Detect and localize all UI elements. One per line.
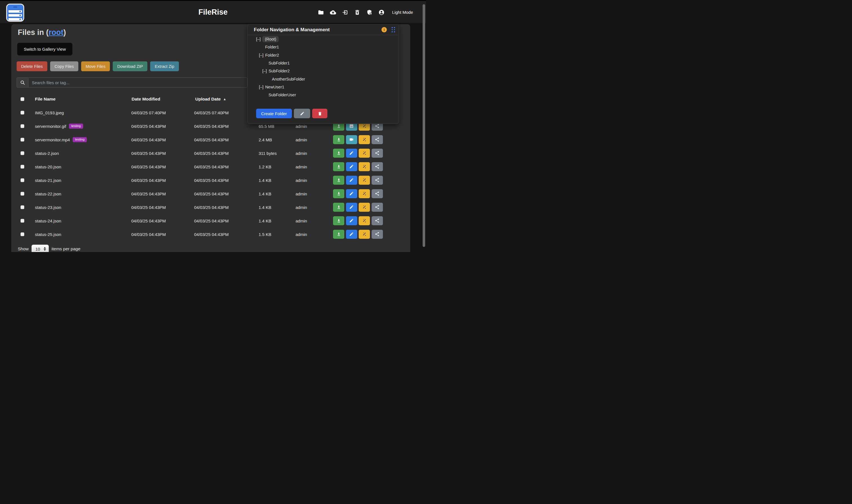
row-checkbox[interactable] <box>21 138 24 142</box>
share-button[interactable] <box>371 135 383 144</box>
rename-button[interactable] <box>359 230 370 239</box>
logout-icon[interactable] <box>342 9 348 16</box>
column-header-upload-date[interactable]: Upload Date▲ <box>195 93 226 105</box>
tree-item-folder2[interactable]: [–]Folder2 <box>248 51 399 59</box>
share-button[interactable] <box>371 189 383 198</box>
rename-button[interactable] <box>359 135 370 144</box>
row-checkbox[interactable] <box>21 205 24 209</box>
row-checkbox[interactable] <box>21 151 24 155</box>
download-button[interactable] <box>333 203 344 212</box>
download-button[interactable] <box>333 135 344 144</box>
extract-zip-button[interactable]: Extract Zip <box>150 61 179 71</box>
download-button[interactable] <box>333 176 344 185</box>
tree-item-subfolder1[interactable]: SubFolder1 <box>248 59 399 67</box>
file-name[interactable]: status-22.json <box>35 192 61 196</box>
move-files-button[interactable]: Move Files <box>81 61 110 71</box>
preview-video-button[interactable] <box>346 135 357 144</box>
row-checkbox[interactable] <box>21 192 24 196</box>
rename-button[interactable] <box>359 176 370 185</box>
rename-button[interactable] <box>359 162 370 171</box>
file-name[interactable]: status-21.json <box>35 178 61 183</box>
delete-folder-button[interactable] <box>312 109 327 118</box>
row-checkbox[interactable] <box>21 179 24 182</box>
tree-item-newuser1[interactable]: [–]NewUser1 <box>248 83 399 91</box>
file-name[interactable]: status-2.json <box>35 151 59 156</box>
row-checkbox[interactable] <box>21 165 24 169</box>
folder-panel-actions: Create Folder <box>256 109 327 118</box>
account-circle-icon[interactable] <box>378 9 385 16</box>
tree-collapse-toggle[interactable]: [–] <box>256 37 261 41</box>
filerise-logo-icon[interactable] <box>6 4 24 22</box>
trash-restore-icon[interactable] <box>354 9 360 16</box>
share-button[interactable] <box>371 203 383 212</box>
edit-file-button[interactable] <box>346 149 357 158</box>
share-button[interactable] <box>371 216 383 225</box>
tree-item-folder1[interactable]: Folder1 <box>248 43 399 51</box>
drag-handle-icon[interactable] <box>392 27 395 33</box>
table-row: status-21.json04/03/25 04:43PM04/03/25 0… <box>11 174 410 187</box>
share-button[interactable] <box>371 230 383 239</box>
table-row: status-22.json04/03/25 04:43PM04/03/25 0… <box>11 187 410 200</box>
rename-button[interactable] <box>359 203 370 212</box>
download-button[interactable] <box>333 230 344 239</box>
column-header-date-modified[interactable]: Date Modified <box>132 93 160 105</box>
file-name[interactable]: servermonitor.mp4 <box>35 138 70 142</box>
edit-file-button[interactable] <box>346 216 357 225</box>
edit-file-button[interactable] <box>346 176 357 185</box>
tree-collapse-toggle[interactable]: [–] <box>259 53 263 57</box>
share-button[interactable] <box>371 176 383 185</box>
upload-date: 04/03/25 04:43PM <box>194 160 229 174</box>
rename-button[interactable] <box>359 216 370 225</box>
download-zip-button[interactable]: Download ZIP <box>113 61 147 71</box>
download-button[interactable] <box>333 189 344 198</box>
row-checkbox[interactable] <box>21 124 24 128</box>
download-button[interactable] <box>333 216 344 225</box>
row-checkbox[interactable] <box>21 111 24 114</box>
share-button[interactable] <box>371 149 383 158</box>
tree-item-anothersubfolder[interactable]: AnotherSubFolder <box>248 75 399 83</box>
column-header-file-name[interactable]: File Name <box>35 93 55 105</box>
edit-file-button[interactable] <box>346 203 357 212</box>
tree-collapse-toggle[interactable]: [–] <box>259 85 263 89</box>
delete-files-button[interactable]: Delete Files <box>17 61 47 71</box>
switch-gallery-view-button[interactable]: Switch to Gallery View <box>17 43 72 55</box>
file-name[interactable]: servermonitor.gif <box>35 124 66 129</box>
create-folder-button[interactable]: Create Folder <box>256 109 292 118</box>
copy-files-button[interactable]: Copy Files <box>50 61 79 71</box>
row-checkbox[interactable] <box>21 233 24 236</box>
upload-date: 04/03/25 04:43PM <box>194 174 229 187</box>
tree-collapse-toggle[interactable]: [–] <box>262 69 267 73</box>
light-mode-toggle[interactable]: Light Mode <box>392 10 413 15</box>
file-name[interactable]: status-24.json <box>35 218 61 223</box>
info-icon[interactable]: i <box>382 27 387 32</box>
edit-file-button[interactable] <box>346 230 357 239</box>
select-all-checkbox[interactable] <box>21 97 24 101</box>
file-name[interactable]: IMG_0193.jpeg <box>35 110 64 115</box>
rename-folder-button[interactable] <box>294 109 310 118</box>
file-name[interactable]: status-20.json <box>35 164 61 169</box>
row-checkbox[interactable] <box>21 219 24 223</box>
root-folder-link[interactable]: root <box>49 28 64 37</box>
rename-button[interactable] <box>359 189 370 198</box>
share-button[interactable] <box>371 162 383 171</box>
download-button[interactable] <box>333 162 344 171</box>
file-name[interactable]: status-23.json <box>35 205 61 210</box>
pagination: Show 10 items per page <box>18 245 80 252</box>
cloud-upload-icon[interactable] <box>330 9 336 16</box>
tree-item-subfolder2[interactable]: [–]SubFolder2 <box>248 67 399 75</box>
file-name[interactable]: status-25.json <box>35 232 61 237</box>
tree-item-root[interactable]: [–](Root) <box>248 35 399 43</box>
edit-file-button[interactable] <box>346 162 357 171</box>
page-scrollbar-thumb[interactable] <box>423 4 425 247</box>
rename-button[interactable] <box>359 149 370 158</box>
admin-shield-icon[interactable] <box>366 9 372 16</box>
tree-item-subfolderuser[interactable]: SubFolderUser <box>248 91 399 99</box>
download-button[interactable] <box>333 149 344 158</box>
folder-icon[interactable] <box>318 9 324 16</box>
uploader: admin <box>296 146 307 160</box>
items-per-page-select[interactable]: 10 <box>32 245 49 252</box>
upload-date: 04/03/25 04:43PM <box>194 214 229 228</box>
row-actions <box>333 189 383 198</box>
edit-file-button[interactable] <box>346 189 357 198</box>
search-input[interactable] <box>28 77 247 88</box>
